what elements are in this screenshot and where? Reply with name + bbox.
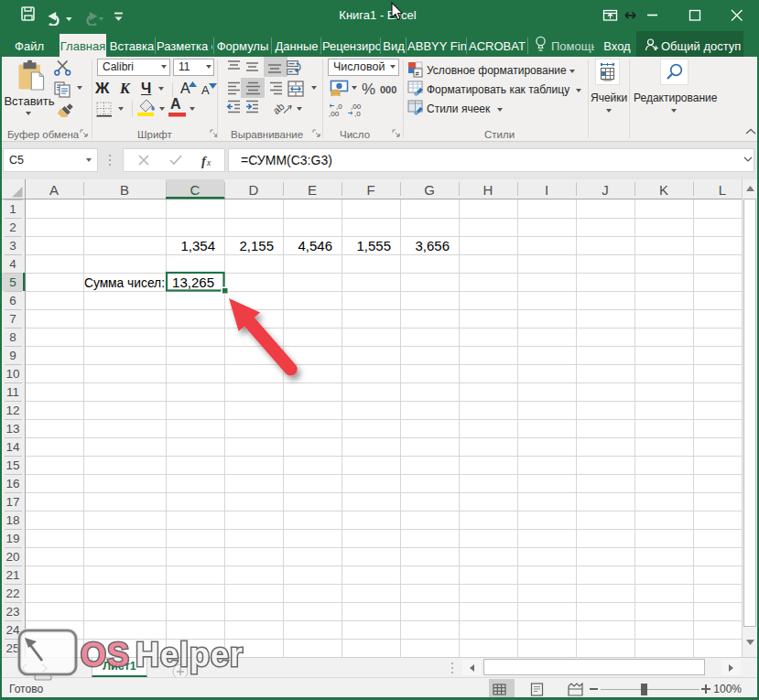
svg-text:2,155: 2,155 (239, 238, 274, 253)
svg-text:B: B (120, 182, 129, 198)
svg-text:22: 22 (5, 587, 19, 600)
svg-text:Helper: Helper (136, 636, 244, 673)
svg-text:14: 14 (5, 440, 20, 454)
svg-text:,00: ,00 (329, 110, 340, 117)
svg-text:3,656: 3,656 (415, 238, 450, 253)
svg-text:I: I (545, 182, 548, 198)
svg-text:2: 2 (9, 221, 16, 234)
svg-text:6: 6 (9, 294, 16, 307)
svg-text:18: 18 (5, 513, 19, 527)
svg-text:E: E (308, 182, 317, 198)
svg-text:9: 9 (9, 349, 16, 362)
svg-text:13,265: 13,265 (172, 275, 214, 290)
svg-text:19: 19 (5, 532, 19, 545)
svg-text:1: 1 (9, 202, 16, 216)
svg-text:10: 10 (5, 367, 19, 381)
svg-text:17: 17 (5, 495, 19, 509)
svg-text:11: 11 (6, 385, 19, 399)
svg-text:OS: OS (81, 636, 130, 673)
svg-text:4: 4 (9, 257, 16, 271)
svg-text:ab: ab (274, 101, 287, 116)
svg-text:L: L (719, 182, 726, 198)
svg-text:8: 8 (9, 330, 16, 344)
svg-text:,0: ,0 (354, 110, 361, 117)
svg-text:13: 13 (5, 422, 19, 436)
svg-text:H: H (483, 182, 493, 198)
svg-text:5: 5 (9, 275, 16, 289)
svg-text:x: x (206, 158, 211, 167)
svg-text:G: G (424, 182, 435, 198)
svg-text:20: 20 (5, 550, 19, 564)
svg-text:7: 7 (9, 312, 16, 326)
svg-text:Сумма чисел:: Сумма чисел: (84, 276, 165, 290)
svg-text:21: 21 (5, 568, 19, 582)
svg-text:15: 15 (5, 458, 19, 472)
svg-text:F: F (366, 182, 374, 198)
svg-text:J: J (602, 182, 609, 198)
svg-text:≠: ≠ (416, 70, 420, 78)
svg-text:C: C (190, 182, 201, 198)
svg-text:23: 23 (5, 605, 19, 619)
svg-text:16: 16 (5, 477, 19, 490)
svg-text:3: 3 (9, 239, 16, 253)
svg-text:1,555: 1,555 (356, 238, 391, 253)
svg-text:D: D (249, 182, 259, 198)
svg-text:1,354: 1,354 (180, 238, 215, 253)
svg-text:A: A (49, 182, 59, 198)
svg-text:4,546: 4,546 (298, 238, 332, 253)
svg-text:K: K (659, 182, 668, 198)
svg-text:12: 12 (5, 404, 19, 417)
